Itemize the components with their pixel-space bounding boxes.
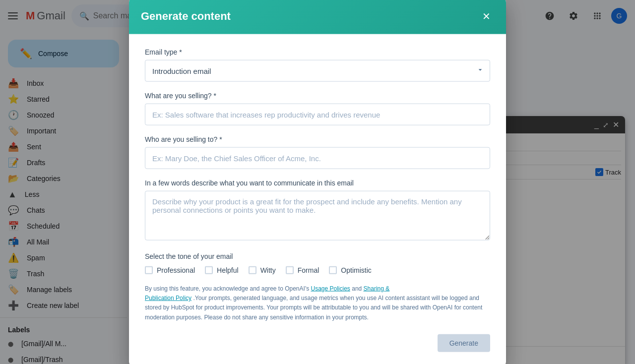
tone-helpful-checkbox[interactable] (205, 266, 213, 274)
modal-title: Generate content (141, 10, 231, 23)
tone-witty-checkbox[interactable] (249, 266, 256, 274)
tone-witty[interactable]: Witty (249, 266, 276, 274)
communicate-group: In a few words describe what you want to… (145, 179, 490, 243)
communicate-textarea[interactable] (145, 191, 490, 241)
tone-optimistic-checkbox[interactable] (329, 266, 337, 274)
email-type-select-wrapper: Introduction email Follow-up email Cold … (145, 60, 490, 82)
modal-close-button[interactable]: ✕ (478, 8, 494, 24)
modal-header: Generate content ✕ (129, 0, 506, 34)
selling-to-input[interactable] (145, 147, 490, 169)
tone-formal[interactable]: Formal (286, 266, 319, 274)
generate-button[interactable]: Generate (438, 334, 490, 352)
selling-to-label: Who are you selling to? * (145, 135, 490, 143)
selling-input[interactable] (145, 104, 490, 125)
email-type-select[interactable]: Introduction email Follow-up email Cold … (145, 60, 490, 82)
tone-optimistic-label: Optimistic (341, 266, 371, 274)
usage-policies-link[interactable]: Usage Policies (311, 285, 350, 292)
tone-professional[interactable]: Professional (145, 266, 195, 274)
tone-optimistic[interactable]: Optimistic (329, 266, 371, 274)
tone-helpful[interactable]: Helpful (205, 266, 239, 274)
disclaimer-text-2: .Your prompts, generated language, and u… (145, 295, 482, 320)
tone-section: Select the tone of your email Profession… (145, 252, 490, 274)
sharing-link[interactable]: Sharing & (364, 285, 390, 292)
tone-professional-checkbox[interactable] (145, 266, 153, 274)
publication-link[interactable]: Publication Policy (145, 295, 191, 302)
tone-formal-checkbox[interactable] (286, 266, 294, 274)
modal-footer: Generate (145, 334, 490, 352)
tone-helpful-label: Helpful (217, 266, 239, 274)
email-type-label: Email type * (145, 48, 490, 56)
modal-body: Email type * Introduction email Follow-u… (129, 34, 506, 364)
tone-witty-label: Witty (260, 266, 276, 274)
tone-options: Professional Helpful Witty Formal Optimi… (145, 266, 490, 274)
selling-group: What are you selling? * (145, 92, 490, 125)
generate-content-modal: Generate content ✕ Email type * Introduc… (129, 0, 506, 364)
close-icon: ✕ (482, 10, 491, 22)
disclaimer: By using this feature, you acknowledge a… (145, 284, 490, 322)
selling-to-group: Who are you selling to? * (145, 135, 490, 169)
tone-label: Select the tone of your email (145, 252, 490, 260)
disclaimer-and: and (352, 285, 363, 292)
tone-formal-label: Formal (298, 266, 319, 274)
selling-label: What are you selling? * (145, 92, 490, 100)
email-type-group: Email type * Introduction email Follow-u… (145, 48, 490, 82)
disclaimer-text-1: By using this feature, you acknowledge a… (145, 285, 311, 292)
communicate-label: In a few words describe what you want to… (145, 179, 490, 187)
tone-professional-label: Professional (157, 266, 195, 274)
